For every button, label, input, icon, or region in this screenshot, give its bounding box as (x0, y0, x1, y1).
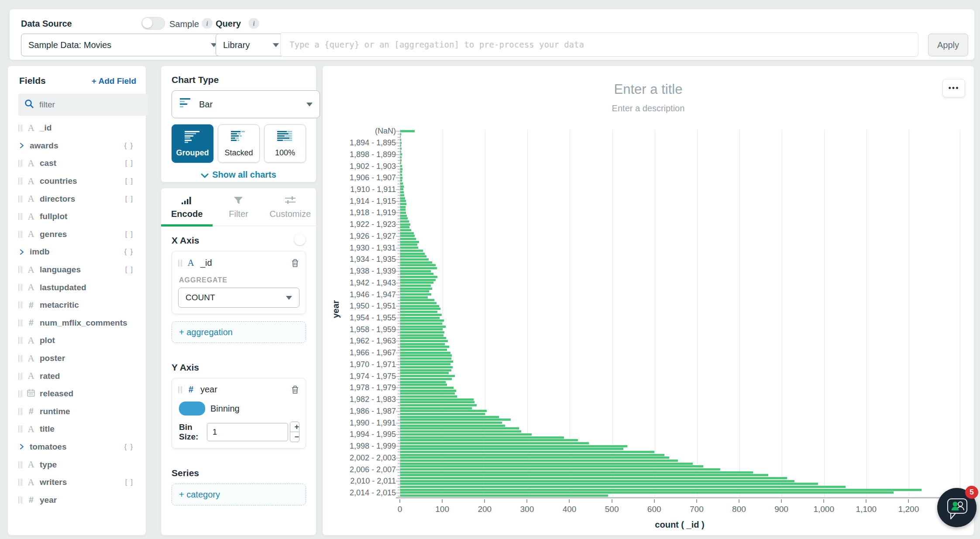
bar-1991 (400, 425, 505, 427)
add-aggregation-button[interactable]: + aggregation (172, 321, 306, 343)
stepper-down-button[interactable]: − (290, 432, 299, 442)
field-item-runtime[interactable]: #runtime (14, 403, 141, 421)
bin-size-input[interactable] (207, 423, 288, 441)
field-filter-input[interactable] (38, 100, 123, 110)
bar-1952 (400, 311, 437, 313)
field-item-fullplot[interactable]: Afullplot (14, 208, 141, 226)
tab-encode[interactable]: Encode (161, 193, 213, 219)
field-item-type[interactable]: Atype (14, 456, 141, 474)
y-tick-label: 1,994 - 1,995 (350, 430, 396, 439)
bar-1927 (400, 238, 416, 240)
tab-customize[interactable]: Customize (265, 193, 316, 219)
drag-handle (18, 266, 22, 273)
gridline (739, 130, 740, 497)
field-item-lastupdated[interactable]: Alastupdated (14, 278, 141, 296)
x-axis-field-row[interactable]: A _id (178, 257, 299, 268)
y-tick (396, 131, 400, 131)
field-item-tomatoes[interactable]: tomatoes{ } (14, 438, 141, 456)
field-name: cast (40, 158, 56, 168)
query-info-icon[interactable]: i (248, 18, 259, 29)
x-tick-label: 1,000 (813, 505, 834, 514)
chart-description-placeholder[interactable]: Enter a description (323, 103, 974, 113)
field-item-cast[interactable]: Acast[ ] (14, 154, 141, 172)
x-tick (823, 499, 824, 503)
field-item-languages[interactable]: Alanguages[ ] (14, 261, 141, 279)
chevron-down-icon (306, 103, 313, 106)
field-item-imdb[interactable]: imdb{ } (14, 243, 141, 261)
drag-handle (18, 373, 22, 380)
field-item-directors[interactable]: Adirectors[ ] (14, 190, 141, 208)
aggregate-value: COUNT (186, 293, 281, 302)
chart-type-select[interactable]: Bar (172, 90, 320, 118)
add-category-button[interactable]: + category (172, 484, 306, 505)
field-item-awards[interactable]: awards{ } (14, 137, 141, 155)
sample-info-icon[interactable]: i (202, 18, 213, 29)
bar-1896 (400, 148, 402, 150)
x-tick (739, 499, 739, 503)
field-item-year[interactable]: #year (14, 491, 141, 509)
add-field-button[interactable]: + Add Field (92, 76, 136, 86)
library-value: Library (223, 40, 268, 50)
y-tick (396, 166, 400, 167)
aggregate-select[interactable]: COUNT (178, 288, 299, 308)
field-item-metacritic[interactable]: #metacritic (14, 296, 141, 314)
mode-100-button[interactable]: 100% (264, 124, 306, 163)
bar-1909 (400, 185, 404, 188)
y-tick-label: 1,978 - 1,979 (350, 383, 396, 392)
tab-filter[interactable]: Filter (213, 193, 264, 219)
x-tick-label: 0 (398, 505, 402, 514)
toggle-knob (142, 18, 152, 28)
string-type-icon: A (26, 459, 36, 470)
bar-1892 (400, 136, 401, 138)
field-item-num_mflix_comments[interactable]: #num_mflix_comments (14, 314, 141, 332)
sample-toggle[interactable] (141, 17, 165, 30)
y-axis-field-card: # year Binning Bin Size: + − (172, 378, 306, 449)
bar-1964 (400, 346, 449, 348)
y-axis-field-row[interactable]: # year (178, 385, 299, 395)
y-tick (396, 271, 400, 271)
bar-1994 (400, 433, 532, 436)
chevron-right-icon (18, 142, 27, 149)
bar-2005 (400, 465, 703, 467)
y-tick-label: 1,898 - 1,899 (350, 150, 396, 159)
y-tick-label: 1,922 - 1,923 (350, 220, 396, 229)
field-item-writers[interactable]: Awriters[ ] (14, 474, 141, 491)
bar-1944 (400, 288, 432, 290)
y-tick (396, 318, 400, 318)
drag-handle (18, 479, 22, 486)
bar-1919 (400, 215, 407, 217)
y-tick (396, 364, 400, 365)
field-item-countries[interactable]: Acountries[ ] (14, 172, 141, 190)
bar-1983 (400, 401, 475, 403)
data-source-select[interactable]: Sample Data: Movies (21, 34, 224, 56)
field-item-title[interactable]: Atitle (14, 420, 141, 438)
field-item-poster[interactable]: Aposter (14, 350, 141, 367)
x-tick (484, 499, 485, 503)
field-item-genres[interactable]: Agenres[ ] (14, 226, 141, 244)
field-item-_id[interactable]: A_id (14, 119, 141, 137)
mode-stacked-button[interactable]: Stacked (218, 124, 260, 163)
field-item-released[interactable]: released (14, 385, 141, 403)
field-filter-box[interactable] (18, 94, 148, 116)
bar-1981 (400, 395, 457, 398)
mode-grouped-button[interactable]: Grouped (172, 124, 213, 163)
field-item-plot[interactable]: Aplot (14, 332, 141, 350)
fields-panel: Fields + Add Field A_idawards{ }Acast[ ]… (7, 65, 146, 536)
stepper-up-button[interactable]: + (290, 422, 299, 432)
show-all-charts-link[interactable]: Show all charts (161, 170, 316, 180)
chart-title-placeholder[interactable]: Enter a title (323, 82, 974, 97)
x-tick-label: 900 (774, 505, 788, 514)
bar-1997 (400, 442, 589, 444)
library-select[interactable]: Library (216, 34, 286, 56)
binning-toggle[interactable] (179, 402, 205, 415)
chart-menu-button[interactable]: ••• (942, 79, 965, 97)
query-input[interactable] (280, 32, 918, 57)
field-item-rated[interactable]: Arated (14, 367, 141, 385)
chart-panel: Enter a title Enter a description ••• ye… (322, 65, 974, 536)
series-heading: Series (172, 468, 306, 478)
apply-button[interactable]: Apply (928, 34, 968, 56)
support-chat-button[interactable]: 5 (937, 488, 977, 527)
trash-icon[interactable] (291, 258, 299, 268)
trash-icon[interactable] (291, 385, 299, 395)
array-type-icon: [ ] (125, 159, 134, 167)
